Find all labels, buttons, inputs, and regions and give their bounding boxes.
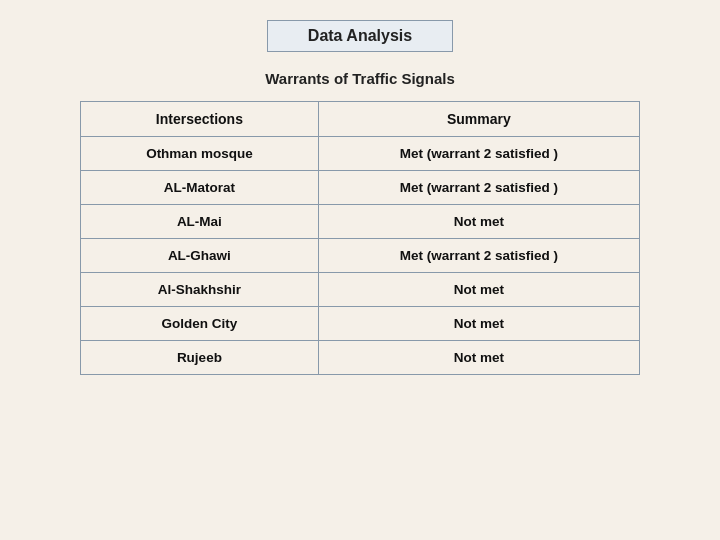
- table-row: AL-MaiNot met: [81, 205, 640, 239]
- cell-summary: Not met: [318, 205, 639, 239]
- cell-intersection: AL-Mai: [81, 205, 319, 239]
- table-row: AL-MatoratMet (warrant 2 satisfied ): [81, 171, 640, 205]
- cell-intersection: Al-Shakhshir: [81, 273, 319, 307]
- cell-intersection: AL-Matorat: [81, 171, 319, 205]
- page-title: Data Analysis: [308, 27, 412, 44]
- col-header-summary: Summary: [318, 102, 639, 137]
- cell-summary: Not met: [318, 341, 639, 375]
- cell-summary: Met (warrant 2 satisfied ): [318, 171, 639, 205]
- table-header-row: Intersections Summary: [81, 102, 640, 137]
- cell-intersection: Othman mosque: [81, 137, 319, 171]
- cell-intersection: AL-Ghawi: [81, 239, 319, 273]
- table-row: Othman mosqueMet (warrant 2 satisfied ): [81, 137, 640, 171]
- table-row: Golden CityNot met: [81, 307, 640, 341]
- cell-summary: Not met: [318, 273, 639, 307]
- table-row: Al-ShakhshirNot met: [81, 273, 640, 307]
- warrants-table: Intersections Summary Othman mosqueMet (…: [80, 101, 640, 375]
- table-row: AL-GhawiMet (warrant 2 satisfied ): [81, 239, 640, 273]
- page-title-box: Data Analysis: [267, 20, 453, 52]
- table-row: RujeebNot met: [81, 341, 640, 375]
- cell-summary: Met (warrant 2 satisfied ): [318, 239, 639, 273]
- col-header-intersections: Intersections: [81, 102, 319, 137]
- cell-summary: Met (warrant 2 satisfied ): [318, 137, 639, 171]
- page-subtitle: Warrants of Traffic Signals: [265, 70, 455, 87]
- cell-summary: Not met: [318, 307, 639, 341]
- cell-intersection: Rujeeb: [81, 341, 319, 375]
- cell-intersection: Golden City: [81, 307, 319, 341]
